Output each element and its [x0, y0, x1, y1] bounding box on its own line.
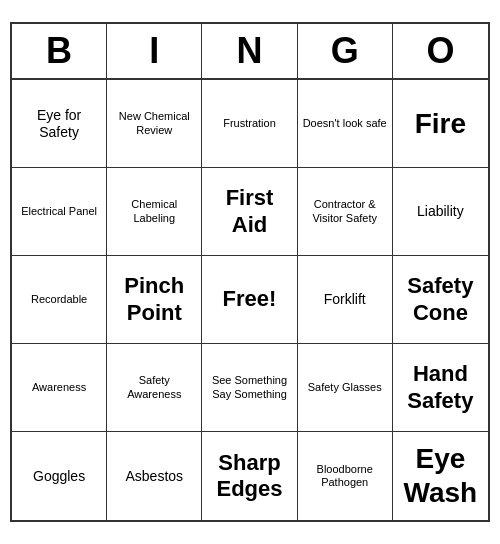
header-letter: B	[12, 24, 107, 78]
bingo-cell: New Chemical Review	[107, 80, 202, 168]
bingo-cell: Safety Cone	[393, 256, 488, 344]
cell-text: See Something Say Something	[206, 374, 292, 400]
bingo-cell: Chemical Labeling	[107, 168, 202, 256]
bingo-cell: Frustration	[202, 80, 297, 168]
cell-text: Recordable	[31, 293, 87, 306]
bingo-cell: Forklift	[298, 256, 393, 344]
cell-text: Safety Glasses	[308, 381, 382, 394]
cell-text: Fire	[415, 107, 466, 141]
bingo-header: BINGO	[12, 24, 488, 80]
cell-text: Liability	[417, 203, 464, 220]
bingo-cell: Electrical Panel	[12, 168, 107, 256]
bingo-cell: Awareness	[12, 344, 107, 432]
cell-text: Asbestos	[125, 468, 183, 485]
cell-text: Doesn't look safe	[303, 117, 387, 130]
bingo-cell: Hand Safety	[393, 344, 488, 432]
cell-text: First Aid	[206, 185, 292, 238]
bingo-cell: Contractor & Visitor Safety	[298, 168, 393, 256]
bingo-cell: See Something Say Something	[202, 344, 297, 432]
bingo-cell: Asbestos	[107, 432, 202, 520]
header-letter: I	[107, 24, 202, 78]
bingo-grid: Eye for SafetyNew Chemical ReviewFrustra…	[12, 80, 488, 520]
bingo-cell: Recordable	[12, 256, 107, 344]
bingo-cell: Sharp Edges	[202, 432, 297, 520]
cell-text: Safety Awareness	[111, 374, 197, 400]
bingo-cell: Doesn't look safe	[298, 80, 393, 168]
header-letter: O	[393, 24, 488, 78]
bingo-cell: Bloodborne Pathogen	[298, 432, 393, 520]
bingo-cell: Goggles	[12, 432, 107, 520]
cell-text: Bloodborne Pathogen	[302, 463, 388, 489]
cell-text: Sharp Edges	[206, 450, 292, 503]
bingo-cell: Liability	[393, 168, 488, 256]
cell-text: Chemical Labeling	[111, 198, 197, 224]
cell-text: Eye for Safety	[16, 107, 102, 141]
header-letter: G	[298, 24, 393, 78]
header-letter: N	[202, 24, 297, 78]
cell-text: Safety Cone	[397, 273, 484, 326]
bingo-cell: Eye Wash	[393, 432, 488, 520]
cell-text: Pinch Point	[111, 273, 197, 326]
bingo-cell: Eye for Safety	[12, 80, 107, 168]
bingo-cell: Fire	[393, 80, 488, 168]
cell-text: Eye Wash	[397, 442, 484, 509]
cell-text: Goggles	[33, 468, 85, 485]
bingo-cell: Free!	[202, 256, 297, 344]
cell-text: Free!	[223, 286, 277, 312]
cell-text: Hand Safety	[397, 361, 484, 414]
cell-text: Forklift	[324, 291, 366, 308]
cell-text: Frustration	[223, 117, 276, 130]
cell-text: Awareness	[32, 381, 86, 394]
cell-text: New Chemical Review	[111, 110, 197, 136]
bingo-cell: Pinch Point	[107, 256, 202, 344]
bingo-cell: Safety Awareness	[107, 344, 202, 432]
cell-text: Electrical Panel	[21, 205, 97, 218]
bingo-cell: Safety Glasses	[298, 344, 393, 432]
cell-text: Contractor & Visitor Safety	[302, 198, 388, 224]
bingo-cell: First Aid	[202, 168, 297, 256]
bingo-card: BINGO Eye for SafetyNew Chemical ReviewF…	[10, 22, 490, 522]
